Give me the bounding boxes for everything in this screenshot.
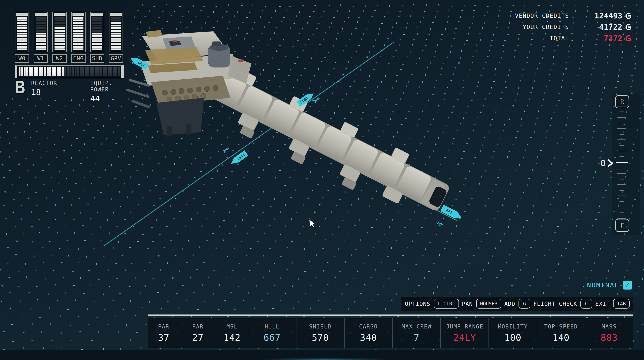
power-bars: W0 W1 W2 ENG SHD GRV	[15, 12, 129, 63]
stat-shield: SHIELD 570	[296, 318, 344, 348]
power-bar-label: ENG	[71, 54, 86, 63]
options-control[interactable]: OPTIONS L CTRL	[405, 299, 459, 309]
power-bar-label: W1	[34, 54, 48, 63]
stat-mass: MASS 883	[585, 318, 633, 348]
add-key-chip: G	[518, 299, 530, 309]
credits-panel: VENDOR CREDITS 124493 YOUR CREDITS 41722…	[472, 10, 632, 44]
total-row: TOTAL 7372	[472, 33, 632, 44]
ship-model[interactable]	[126, 30, 455, 229]
reactor-label: REACTOR	[31, 80, 57, 86]
ship-cargo-spine	[200, 61, 455, 229]
bar-cap	[35, 13, 47, 16]
bar-cap	[72, 13, 84, 16]
stat-par1: PAR 37	[148, 323, 180, 343]
vendor-credits-label: VENDOR CREDITS	[515, 13, 569, 19]
credits-icon	[625, 24, 632, 31]
stat-par2: PAR 27	[182, 323, 214, 343]
nominal-label: NOMINAL	[587, 281, 619, 289]
status-nominal: NOMINAL ✓	[587, 281, 632, 289]
stats-top-line	[148, 314, 633, 316]
reactor-value: 18	[31, 88, 57, 97]
aft-distance-label: 70M	[436, 221, 443, 227]
equip-power-label: EQUIP. POWER	[90, 80, 116, 93]
options-key-chip: L CTRL	[434, 299, 459, 309]
flight-check-key-chip: C	[580, 299, 592, 309]
vendor-credits-value: 124493	[579, 12, 622, 20]
control-bar: OPTIONS L CTRL PAN MOUSE3 ADD G FLIGHT C…	[402, 297, 633, 311]
flight-check-control[interactable]: FLIGHT CHECK C	[533, 299, 592, 309]
bar-cap	[110, 13, 122, 16]
vendor-credits-row: VENDOR CREDITS 124493	[472, 10, 632, 21]
weapons-stats-cell: PAR 37 PAR 27 MSL 142	[148, 318, 248, 348]
power-panel: W0 W1 W2 ENG SHD GRV	[15, 12, 129, 103]
checkmark-icon: ✓	[625, 282, 630, 289]
ship-builder-screen: FWD STBD PORT AFT 20M 20M 70M	[0, 0, 644, 360]
landing-gear	[156, 98, 204, 135]
power-bar-grv: GRV	[109, 12, 123, 63]
stat-max-crew: MAX CREW 7	[392, 318, 440, 348]
reactor-class-letter: B	[15, 80, 25, 103]
power-bar-label: SHD	[90, 54, 104, 63]
bottom-glow-line	[262, 358, 389, 360]
total-value: 7372	[579, 34, 622, 43]
stat-jump-range: JUMP RANGE 24LY	[440, 318, 488, 348]
stat-msl: MSL 142	[216, 323, 248, 343]
power-bar-shd: SHD	[90, 12, 104, 63]
add-control[interactable]: ADD G	[504, 299, 530, 309]
power-bar-eng: ENG	[71, 12, 86, 63]
fwd-marker: FWD	[129, 56, 149, 70]
equip-power-value: 44	[90, 94, 116, 103]
stat-top-speed: TOP SPEED 140	[537, 318, 585, 348]
stat-cargo: CARGO 340	[344, 318, 392, 348]
elevation-ruler[interactable]	[616, 106, 628, 223]
power-bar-w1: W1	[34, 12, 48, 63]
bar-cap	[91, 13, 103, 16]
your-credits-label: YOUR CREDITS	[523, 24, 569, 30]
your-credits-value: 41722	[579, 23, 622, 31]
stat-hull: HULL 667	[248, 318, 296, 348]
port-marker: PORT	[229, 150, 248, 166]
credits-icon	[625, 35, 632, 42]
reactor-info: B REACTOR 18 EQUIP. POWER 44	[15, 80, 129, 103]
credits-icon	[625, 12, 632, 20]
power-bar-label: GRV	[109, 54, 123, 63]
bar-cap	[54, 13, 66, 16]
elevation-value: 0	[600, 158, 606, 168]
port-distance-label: 20M	[222, 147, 230, 153]
exit-control[interactable]: EXIT TAB	[595, 299, 630, 309]
exit-key-chip: TAB	[613, 299, 630, 309]
your-credits-row: YOUR CREDITS 41722	[472, 21, 632, 33]
mouse-cursor	[309, 219, 316, 228]
pan-control[interactable]: PAN MOUSE3	[462, 299, 502, 309]
stat-mobility: MOBILITY 100	[488, 318, 537, 348]
elevation-pointer: 0	[600, 158, 614, 168]
total-label: TOTAL	[550, 35, 569, 42]
bar-cap	[16, 13, 28, 16]
ship-stats-panel: PAR 37 PAR 27 MSL 142 HULL 667 SHIELD 57…	[148, 318, 633, 348]
lower-ship-key-button[interactable]: F	[615, 219, 629, 232]
reactor-capacity-bar	[15, 65, 124, 78]
power-bar-label: W0	[15, 54, 29, 63]
pan-key-chip: MOUSE3	[476, 299, 502, 309]
chevron-right-icon	[606, 158, 614, 168]
nominal-checkbox[interactable]: ✓	[623, 281, 632, 289]
power-bar-w0: W0	[15, 12, 29, 63]
power-bar-w2: W2	[52, 12, 67, 63]
power-bar-label: W2	[52, 54, 67, 63]
